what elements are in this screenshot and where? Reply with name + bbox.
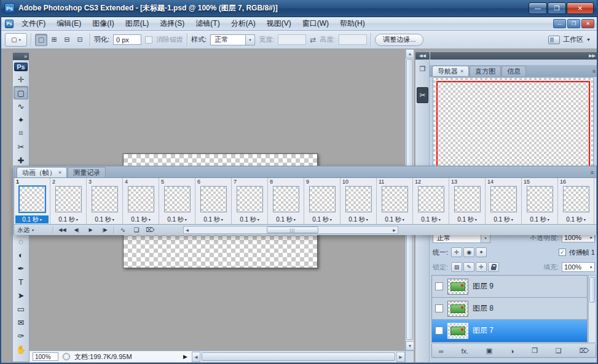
animation-frame-5[interactable]: 50.1 秒▾ — [159, 178, 195, 224]
animation-tab-1[interactable]: 测量记录 — [68, 167, 106, 177]
animation-frame-3[interactable]: 30.1 秒▾ — [87, 178, 123, 224]
close-button[interactable]: ✕ — [567, 2, 594, 14]
frame-delay-button[interactable]: 0.1 秒▾ — [377, 215, 412, 223]
frames-scrollbar[interactable]: ◀ ||| ▶ — [183, 226, 398, 234]
new-layer-button[interactable]: ❏ — [556, 347, 562, 355]
animation-frame-2[interactable]: 20.1 秒▾ — [50, 178, 87, 224]
animation-frame-9[interactable]: 90.1 秒▾ — [304, 178, 340, 224]
layer-row-2[interactable]: 图层 8 — [432, 298, 587, 320]
scroll-down-icon[interactable]: ▼ — [406, 341, 414, 350]
first-frame-button[interactable]: ◀◀ — [57, 227, 68, 233]
dock-collapse-right-button[interactable]: ▶▶ — [430, 52, 598, 60]
horizontal-scrollbar[interactable]: ◀ ▶ — [192, 350, 405, 362]
rectangular-marquee-tool[interactable]: ▢ — [14, 86, 28, 99]
menu-item-3[interactable]: 图层(L) — [120, 17, 155, 30]
toolbar-collapse-button[interactable]: » — [13, 53, 29, 60]
animation-frame-12[interactable]: 120.1 秒▾ — [413, 178, 449, 224]
scroll-right-icon[interactable]: ▶ — [391, 228, 398, 232]
add-selection-mode-button[interactable]: ⊞ — [48, 34, 60, 46]
fill-input[interactable]: 100% ▸ — [562, 262, 595, 272]
menu-item-6[interactable]: 分析(A) — [226, 17, 261, 30]
document-restore-button[interactable]: ❐ — [567, 19, 580, 28]
animation-frame-14[interactable]: 140.1 秒▾ — [486, 178, 522, 224]
notes-tool[interactable]: ✉ — [14, 316, 28, 329]
rectangle-tool[interactable]: ▭ — [14, 302, 28, 316]
step-back-button[interactable]: ◀| — [71, 227, 82, 233]
layer-row-3[interactable]: 图层 7 — [432, 320, 587, 342]
healing-brush-tool[interactable]: ✚ — [14, 153, 28, 167]
spinner-arrow-icon[interactable]: ▸ — [590, 235, 592, 240]
slice-tool[interactable]: ✂ — [14, 140, 28, 153]
loop-count-select[interactable]: 永远 ▾ — [17, 226, 49, 234]
crop-tool[interactable]: ⌗ — [14, 126, 28, 140]
document-minimize-button[interactable]: — — [553, 19, 566, 28]
add-layer-mask-button[interactable]: ▣ — [486, 347, 492, 355]
layer-row-1[interactable]: 图层 9 — [432, 276, 587, 298]
document-menu-icon[interactable]: Ps — [5, 20, 14, 28]
height-input[interactable] — [339, 34, 367, 45]
workspace-button[interactable]: 工作区 ▼ — [546, 34, 593, 45]
status-expand-icon[interactable]: ▶ — [183, 354, 189, 360]
layer-visibility-checkbox[interactable] — [435, 282, 443, 290]
scroll-right-icon[interactable]: ▶ — [396, 352, 405, 362]
unify-style-button[interactable]: ✦ — [476, 247, 487, 257]
menu-item-5[interactable]: 滤镜(T) — [190, 17, 225, 30]
antialias-checkbox[interactable] — [145, 36, 152, 44]
duplicate-frame-button[interactable]: ❏ — [132, 227, 141, 233]
frames-scrollbar-track[interactable]: ||| — [191, 227, 391, 233]
frame-delay-button[interactable]: 0.1 秒▾ — [486, 215, 521, 223]
lock-pixels-button[interactable]: ✎ — [463, 262, 474, 272]
intersect-selection-mode-button[interactable]: ⊡ — [74, 34, 86, 46]
frame-delay-button[interactable]: 0.1 秒▾ — [449, 215, 485, 223]
close-tab-icon[interactable]: × — [460, 68, 463, 74]
animation-frame-11[interactable]: 110.1 秒▾ — [377, 178, 413, 224]
animation-frame-4[interactable]: 40.1 秒▾ — [123, 178, 159, 224]
frame-delay-button[interactable]: 0.1 秒▾ — [232, 215, 267, 223]
animation-frame-7[interactable]: 70.1 秒▾ — [232, 178, 268, 224]
move-tool[interactable]: ✛ — [14, 72, 28, 86]
frame-delay-button[interactable]: 0.1 秒▾ — [195, 215, 231, 223]
menu-item-7[interactable]: 视图(V) — [261, 17, 297, 30]
tool-preset-picker[interactable]: ▢ ▾ — [5, 33, 27, 47]
frame-delay-button[interactable]: 0.1 秒▾ — [15, 215, 49, 223]
frame-delay-button[interactable]: 0.1 秒▾ — [413, 215, 449, 223]
blur-tool[interactable]: ◌ — [14, 234, 28, 248]
width-input[interactable] — [278, 34, 306, 45]
swap-dimensions-icon[interactable]: ⇄ — [310, 36, 316, 44]
layers-scrollbar-thumb[interactable] — [589, 277, 595, 303]
step-forward-button[interactable]: |▶ — [100, 227, 110, 233]
document-close-button[interactable]: ✕ — [581, 19, 594, 28]
scroll-left-icon[interactable]: ◀ — [184, 228, 191, 232]
unify-visibility-button[interactable]: ◉ — [463, 247, 474, 257]
layers-scrollbar[interactable] — [588, 275, 596, 343]
animation-frame-6[interactable]: 60.1 秒▾ — [195, 178, 232, 224]
lock-transparency-button[interactable]: ▨ — [451, 262, 462, 272]
new-selection-mode-button[interactable]: ▢ — [35, 34, 47, 46]
adjustment-layer-button[interactable]: ◑ — [510, 347, 514, 355]
minimize-button[interactable]: — — [529, 2, 547, 14]
frame-delay-button[interactable]: 0.1 秒▾ — [159, 215, 195, 223]
frame-delay-button[interactable]: 0.1 秒▾ — [340, 215, 376, 223]
scroll-left-icon[interactable]: ◀ — [192, 352, 200, 362]
restore-button[interactable]: ❐ — [548, 2, 566, 14]
menu-item-9[interactable]: 帮助(H) — [334, 17, 371, 30]
panel-menu-icon[interactable]: ≡ — [591, 169, 594, 177]
play-button[interactable]: ▶ — [85, 227, 96, 233]
scroll-up-icon[interactable]: ▲ — [406, 49, 414, 58]
tween-button[interactable]: ∿ — [118, 227, 128, 233]
animation-frame-16[interactable]: 160.1 秒▾ — [558, 178, 594, 224]
layer-visibility-checkbox[interactable] — [435, 304, 443, 312]
lasso-tool[interactable]: ∿ — [14, 99, 28, 113]
frames-scrollbar-thumb[interactable]: ||| — [267, 227, 318, 233]
subtract-selection-mode-button[interactable]: ⊟ — [61, 34, 73, 46]
spinner-arrow-icon[interactable]: ▸ — [590, 265, 592, 269]
animation-frame-8[interactable]: 80.1 秒▾ — [268, 178, 304, 224]
quick-selection-tool[interactable]: ✦ — [14, 113, 28, 126]
delete-frame-button[interactable]: ⌦ — [145, 227, 155, 233]
menu-item-0[interactable]: 文件(F) — [16, 17, 51, 30]
frame-delay-button[interactable]: 0.1 秒▾ — [268, 215, 304, 223]
animation-frame-13[interactable]: 130.1 秒▾ — [449, 178, 486, 224]
path-selection-tool[interactable]: ➤ — [14, 288, 28, 302]
type-tool[interactable]: T — [14, 275, 28, 288]
layer-visibility-checkbox[interactable] — [435, 327, 443, 335]
